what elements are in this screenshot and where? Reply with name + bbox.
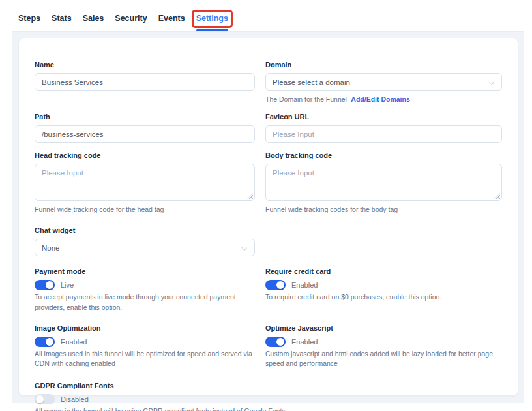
domain-select[interactable]: Please select a domain xyxy=(265,73,502,91)
optimize-javascript-helper: Custom javascript and html codes added w… xyxy=(265,349,500,369)
payment-mode-label: Payment mode xyxy=(35,267,255,275)
optimize-javascript-label: Optimize Javascript xyxy=(265,324,502,332)
head-tracking-helper: Funnel wide tracking code for the head t… xyxy=(35,205,255,215)
domain-selected-value: Please select a domain xyxy=(273,78,350,86)
tab-label: Settings xyxy=(196,14,228,23)
tab-label: Stats xyxy=(52,14,72,23)
name-input[interactable] xyxy=(35,73,255,91)
gdpr-fonts-state: Disabled xyxy=(61,395,89,403)
body-tracking-textarea[interactable] xyxy=(265,164,502,201)
tab-steps[interactable]: Steps xyxy=(18,14,40,31)
chat-widget-label: Chat widget xyxy=(35,226,255,234)
require-credit-card-label: Require credit card xyxy=(265,267,502,275)
domain-helper: The Domain for the Funnel -Add/Edit Doma… xyxy=(265,95,502,104)
gdpr-fonts-helper: All pages in the funnel will be using GD… xyxy=(35,406,502,411)
head-tracking-field-group: Head tracking code Funnel wide tracking … xyxy=(35,151,255,215)
chevron-down-icon xyxy=(488,79,494,85)
path-field-group: Path xyxy=(35,113,255,143)
image-optimization-helper: All images used in this funnel will be o… xyxy=(35,349,255,369)
domain-label: Domain xyxy=(265,61,502,68)
head-tracking-label: Head tracking code xyxy=(35,151,255,159)
tab-label: Steps xyxy=(18,14,40,23)
image-optimization-state: Enabled xyxy=(61,338,87,346)
domain-field-group: Domain Please select a domain The Domain… xyxy=(265,61,502,104)
favicon-field-group: Favicon URL xyxy=(265,113,502,143)
toggle-knob xyxy=(46,281,53,289)
chat-widget-field-group: Chat widget None xyxy=(35,226,255,256)
tab-security[interactable]: Security xyxy=(115,14,147,31)
chat-widget-select[interactable]: None xyxy=(35,239,255,256)
gdpr-fonts-group: GDPR Compliant Fonts Disabled All pages … xyxy=(35,382,502,411)
body-tracking-helper: Funnel wide tracking codes for the body … xyxy=(265,205,502,215)
payment-mode-state: Live xyxy=(61,281,74,289)
tab-sales[interactable]: Sales xyxy=(83,14,104,31)
settings-panel: Name Domain Please select a domain The D… xyxy=(12,32,524,403)
payment-mode-group: Payment mode Live To accept payments in … xyxy=(35,267,255,312)
gdpr-fonts-toggle[interactable] xyxy=(35,394,55,404)
chat-widget-selected-value: None xyxy=(42,244,60,252)
toggle-knob xyxy=(46,338,53,346)
payment-mode-helper: To accept payments in live mode through … xyxy=(35,292,255,312)
require-credit-card-state: Enabled xyxy=(291,281,318,289)
tab-label: Security xyxy=(115,14,147,23)
name-field-group: Name xyxy=(35,61,255,104)
optimize-javascript-toggle[interactable] xyxy=(265,337,286,347)
settings-card: Name Domain Please select a domain The D… xyxy=(18,38,518,396)
optimize-javascript-group: Optimize Javascript Enabled Custom javas… xyxy=(265,324,502,369)
image-optimization-toggle[interactable] xyxy=(35,337,55,347)
body-tracking-label: Body tracking code xyxy=(265,151,502,159)
body-tracking-field-group: Body tracking code Funnel wide tracking … xyxy=(265,151,502,215)
toggle-knob xyxy=(276,338,284,346)
tab-stats[interactable]: Stats xyxy=(52,14,72,31)
optimize-javascript-state: Enabled xyxy=(291,338,318,346)
chevron-down-icon xyxy=(241,245,247,251)
require-credit-card-group: Require credit card Enabled To require c… xyxy=(265,267,502,312)
add-edit-domains-link[interactable]: Add/Edit Domains xyxy=(351,95,409,103)
tab-bar: Steps Stats Sales Security Events Settin… xyxy=(12,0,524,32)
favicon-label: Favicon URL xyxy=(265,113,502,121)
tab-events[interactable]: Events xyxy=(158,14,185,31)
path-input[interactable] xyxy=(35,125,255,143)
path-label: Path xyxy=(35,113,255,121)
head-tracking-textarea[interactable] xyxy=(35,164,255,201)
tab-settings[interactable]: Settings xyxy=(196,14,228,31)
payment-mode-toggle[interactable] xyxy=(35,280,55,290)
image-optimization-group: Image Optimization Enabled All images us… xyxy=(35,324,255,369)
image-optimization-label: Image Optimization xyxy=(35,324,255,332)
toggle-knob xyxy=(276,281,284,289)
domain-helper-text: The Domain for the Funnel - xyxy=(265,95,351,103)
gdpr-fonts-label: GDPR Compliant Fonts xyxy=(35,382,502,389)
require-credit-card-toggle[interactable] xyxy=(265,280,286,290)
tab-label: Sales xyxy=(83,14,104,23)
require-credit-card-helper: To require credit card on $0 purchases, … xyxy=(265,292,500,302)
favicon-input[interactable] xyxy=(265,125,502,143)
name-label: Name xyxy=(35,61,255,68)
toggle-knob xyxy=(36,395,44,403)
tab-label: Events xyxy=(158,14,185,23)
